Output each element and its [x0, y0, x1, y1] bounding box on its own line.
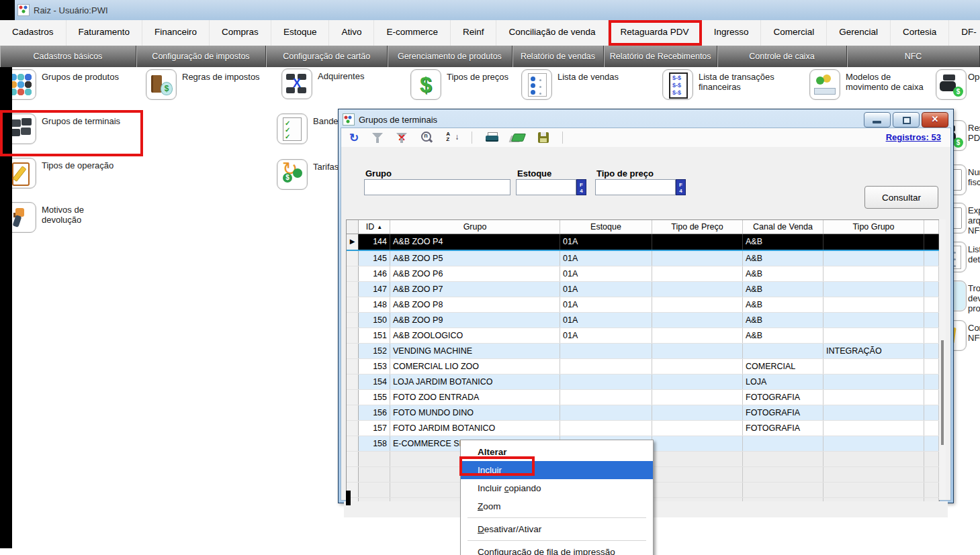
cell[interactable]: A&B — [743, 266, 823, 281]
cell[interactable] — [924, 328, 939, 343]
cell[interactable]: A&B — [743, 313, 823, 327]
tipo-de-preco-input[interactable] — [595, 179, 676, 195]
minimize-button[interactable] — [864, 112, 891, 128]
menu-item-gerencial[interactable]: Gerencial — [827, 20, 891, 46]
cell[interactable]: 146 — [359, 266, 390, 281]
column-header-Canal de Venda[interactable]: Canal de Venda — [743, 220, 823, 234]
table-row-157[interactable]: 157FOTO JARDIM BOTANICOFOTOGRAFIA — [347, 421, 939, 436]
cell[interactable]: 144 — [359, 234, 390, 250]
shortcut-ope-partial[interactable]: Ope — [936, 69, 980, 103]
row-selector-cell[interactable] — [347, 405, 359, 420]
menu-item-conciliacao-de-venda[interactable]: Conciliação de venda — [496, 20, 608, 46]
cell[interactable]: 148 — [359, 297, 390, 312]
cell[interactable] — [652, 282, 743, 297]
grupo-input[interactable] — [364, 179, 510, 195]
cell[interactable] — [652, 467, 743, 482]
cell[interactable] — [924, 452, 939, 466]
cell[interactable] — [560, 421, 652, 436]
ribbon-tab-nfc[interactable]: NFC — [847, 46, 980, 67]
table-row-156[interactable]: 156FOTO MUNDO DINOFOTOGRAFIA — [347, 405, 939, 421]
row-selector-cell[interactable] — [347, 282, 359, 297]
cell[interactable]: FOTO MUNDO DINO — [390, 405, 560, 420]
context-item-zoom[interactable]: Zoom — [461, 497, 653, 515]
cell[interactable] — [823, 483, 924, 497]
menu-item-reinf[interactable]: Reinf — [451, 20, 497, 46]
cell[interactable]: 152 — [359, 344, 390, 358]
cell[interactable]: 150 — [359, 313, 390, 327]
cell[interactable] — [823, 234, 924, 250]
cell[interactable]: FOTO ZOO ENTRADA — [390, 390, 560, 405]
menu-item-comercial[interactable]: Comercial — [761, 20, 827, 46]
table-row-151[interactable]: 151A&B ZOOLOGICO01AA&B — [347, 328, 939, 344]
cell[interactable] — [743, 452, 823, 466]
context-item-desativar-ativar[interactable]: Desativar/Ativar — [461, 520, 653, 538]
cell[interactable]: A&B ZOOLOGICO — [390, 328, 560, 343]
maximize-button[interactable] — [893, 112, 920, 128]
table-row-152[interactable]: 152VENDING MACHINEINTEGRAÇÃO — [347, 344, 939, 359]
sort-az-icon[interactable]: AZ↓ — [446, 132, 458, 144]
column-header-Grupo[interactable]: Grupo — [390, 220, 560, 234]
cell[interactable]: COMERCIAL LIO ZOO — [390, 359, 560, 374]
print-icon[interactable] — [486, 132, 499, 143]
row-selector-cell[interactable] — [347, 374, 359, 389]
row-selector-cell[interactable] — [347, 452, 359, 466]
cell[interactable] — [652, 251, 743, 266]
cell[interactable] — [823, 374, 924, 389]
menu-item-e-commerce[interactable]: E-commerce — [374, 20, 451, 46]
cell[interactable] — [743, 483, 823, 497]
cell[interactable] — [743, 344, 823, 358]
cell[interactable] — [652, 266, 743, 281]
cell[interactable]: FOTOGRAFIA — [743, 421, 823, 436]
cell[interactable]: A&B ZOO P4 — [390, 234, 560, 250]
shortcut-lista-de-vendas[interactable]: Lista de vendas — [521, 69, 656, 103]
menu-item-financeiro[interactable]: Financeiro — [142, 20, 210, 46]
tipo-de-preco-f4-button[interactable]: F 4 — [676, 179, 686, 195]
cell[interactable]: A&B ZOO P5 — [390, 251, 560, 266]
table-row-145[interactable]: 145A&B ZOO P501AA&B — [347, 251, 939, 266]
cell[interactable]: 01A — [560, 266, 652, 281]
cell[interactable] — [924, 374, 939, 389]
cell[interactable] — [924, 483, 939, 497]
cell[interactable] — [823, 297, 924, 312]
cell[interactable]: 154 — [359, 374, 390, 389]
cell[interactable] — [743, 467, 823, 482]
vertical-scrollbar[interactable] — [939, 219, 946, 500]
table-row-147[interactable]: 147A&B ZOO P701AA&B — [347, 282, 939, 297]
cell[interactable] — [924, 344, 939, 358]
cell[interactable]: LOJA — [743, 374, 823, 389]
cell[interactable] — [359, 467, 390, 482]
cell[interactable] — [359, 483, 390, 497]
cell[interactable] — [924, 359, 939, 374]
shortcut-adquirentes[interactable]: Adquirentes — [281, 68, 416, 102]
cell[interactable]: 01A — [560, 313, 652, 327]
cell[interactable] — [924, 266, 939, 281]
cell[interactable] — [823, 328, 924, 343]
cell[interactable] — [823, 390, 924, 405]
menu-item-cadastros[interactable]: Cadastros — [0, 20, 66, 46]
table-row-155[interactable]: 155FOTO ZOO ENTRADAFOTOGRAFIA — [347, 390, 939, 405]
row-selector-cell[interactable] — [347, 328, 359, 343]
registros-count-link[interactable]: Registros: 53 — [886, 132, 941, 142]
shortcut-tipos-de-operacao[interactable]: Tipos de operação — [5, 158, 140, 191]
cell[interactable] — [924, 282, 939, 297]
cell[interactable]: A&B — [743, 234, 823, 250]
cell[interactable]: 153 — [359, 359, 390, 374]
ribbon-tab-configuracao-de-cartao[interactable]: Configuração de cartão — [266, 46, 388, 67]
cell[interactable] — [823, 421, 924, 436]
cell[interactable] — [924, 251, 939, 266]
cell[interactable] — [560, 344, 652, 358]
cell[interactable]: INTEGRAÇÃO — [823, 344, 924, 358]
row-selector-cell[interactable] — [347, 436, 359, 451]
cell[interactable] — [924, 467, 939, 482]
cell[interactable] — [823, 467, 924, 482]
menu-item-estoque[interactable]: Estoque — [271, 20, 330, 46]
cell[interactable] — [823, 436, 924, 451]
shortcut-motivos-de-devolucao[interactable]: Motivos de devolução — [5, 202, 140, 236]
cell[interactable] — [823, 251, 924, 266]
menu-item-ativo[interactable]: Ativo — [329, 20, 374, 46]
table-row-146[interactable]: 146A&B ZOO P601AA&B — [347, 266, 939, 282]
cell[interactable]: A&B — [743, 297, 823, 312]
row-selector-cell[interactable] — [347, 390, 359, 405]
cell[interactable]: 151 — [359, 328, 390, 343]
cell[interactable]: A&B — [743, 251, 823, 266]
